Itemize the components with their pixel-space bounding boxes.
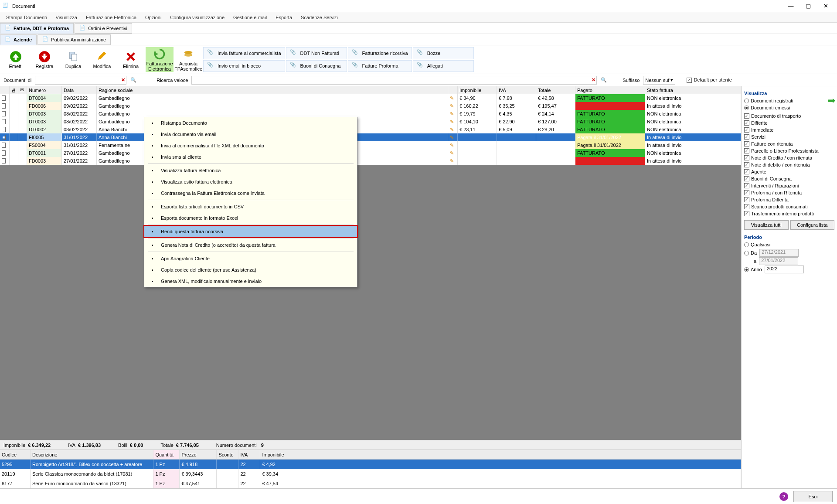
clear-documenti-icon[interactable]: ✕	[121, 77, 125, 83]
col-1[interactable]: 🖨	[10, 86, 18, 94]
ctx-invia-al-commercialista-il-fil[interactable]: ▪Invia al commercialista il file XML del…	[144, 140, 357, 151]
table-row[interactable]: DT000308/02/2022Gambadilegno✎€ 104,10€ 2…	[0, 118, 741, 126]
search-documenti-icon[interactable]: 🔍	[130, 77, 136, 83]
allegati-button[interactable]: 📎Allegati	[413, 60, 474, 72]
ddtnon-button[interactable]: 📎DDT Non Fatturati	[286, 47, 347, 59]
edit-row-icon[interactable]: ✎	[450, 150, 454, 156]
table-row[interactable]: FD000609/02/2022Gambadilegno✎€ 160,22€ 3…	[0, 102, 741, 110]
fpa-button[interactable]: Acquista FPAsemplice	[174, 47, 202, 72]
ctx-ristampa-documento[interactable]: ▪Ristampa Documento	[144, 117, 357, 129]
table-row[interactable]: DT000127/01/2022Gambadilegno✎FATTURATONO…	[0, 149, 741, 157]
row-checkbox[interactable]: ■	[2, 135, 6, 140]
configura-lista-button[interactable]: Configura lista	[790, 220, 835, 230]
suffisso-select[interactable]: Nessun suf ▾	[643, 76, 675, 85]
menu-scadenze-servizi[interactable]: Scadenze Servizi	[296, 15, 342, 20]
ctx-esporta-lista-articoli-documen[interactable]: ▪Esporta lista articoli documento in CSV	[144, 201, 357, 212]
buonicons-button[interactable]: 📎Buoni di Consegna	[286, 60, 347, 72]
ctx-visualizza-esito-fattura-elett[interactable]: ▪Visualizza esito fattura elettronica	[144, 176, 357, 187]
ctx-genera-xml-modificalo-manualme[interactable]: ▪Genera XML, modificalo manualmente e in…	[144, 276, 357, 287]
row-checkbox[interactable]	[2, 150, 6, 156]
search-ricerca-icon[interactable]: 🔍	[601, 77, 607, 83]
filter-check-14[interactable]: ✓Trasferimento interno prodotti	[744, 210, 834, 217]
fattric-button[interactable]: 📎Fatturazione ricorsiva	[348, 47, 412, 59]
dcol-quantità[interactable]: Quantità	[153, 450, 180, 459]
col-Stato fattura[interactable]: Stato fattura	[645, 86, 741, 94]
close-button[interactable]: ✕	[817, 1, 834, 11]
edit-row-icon[interactable]: ✎	[450, 158, 454, 164]
menu-visualizza[interactable]: Visualizza	[51, 15, 82, 20]
filter-check-7[interactable]: ✓Note di debito / con ritenuta	[744, 161, 834, 168]
edit-row-icon[interactable]: ✎	[450, 127, 454, 133]
table-row[interactable]: DT000409/02/2022Gambadilegno✎€ 34,90€ 7,…	[0, 94, 741, 102]
row-checkbox[interactable]	[2, 143, 6, 148]
row-checkbox[interactable]	[2, 95, 6, 101]
periodo-da-radio[interactable]: Da 27/12/2021	[744, 249, 834, 256]
dcol-iva[interactable]: IVA	[238, 450, 260, 459]
col-Pagato[interactable]: Pagato	[575, 86, 645, 94]
ctx-rendi-questa-fattura-ricorsiva[interactable]: ▪Rendi questa fattura ricorsiva	[144, 226, 357, 237]
ctx-esporta-documento-in-formato-e[interactable]: ▪Esporta documento in formato Excel	[144, 212, 357, 224]
periodo-anno-radio[interactable]: Anno 2022	[744, 266, 834, 273]
detail-row[interactable]: 8177Serie Euro monocomando da vasca (133…	[0, 479, 741, 488]
filter-check-12[interactable]: ✓Proforma Differita	[744, 196, 834, 203]
modifica-button[interactable]: Modifica	[88, 47, 116, 72]
date-to-input[interactable]: 27/01/2022	[759, 257, 798, 265]
filter-check-3[interactable]: ✓Servizi	[744, 133, 834, 140]
col-2[interactable]: ✉	[18, 86, 27, 94]
ctx-copia-codice-del-cliente-per-u[interactable]: ▪Copia codice del cliente (per uso Assis…	[144, 264, 357, 276]
emetti-button[interactable]: Emetti	[2, 47, 30, 72]
dcol-imponibile[interactable]: Imponibile	[260, 450, 741, 459]
ctx-invia-documento-via-email[interactable]: ▪Invia documento via email	[144, 129, 357, 140]
col-Data[interactable]: Data	[62, 86, 97, 94]
tab-aziende[interactable]: 📄Aziende	[0, 34, 37, 45]
filter-check-0[interactable]: ✓Documento di trasporto	[744, 112, 834, 119]
ctx-genera-nota-di-credito-o-accre[interactable]: ▪Genera Nota di Credito (o accredito) da…	[144, 239, 357, 251]
tab-ordini[interactable]: 📄Ordini e Preventivi	[75, 23, 132, 34]
fattprof-button[interactable]: 📎Fatture Proforma	[348, 60, 412, 72]
bozze-button[interactable]: 📎Bozze	[413, 47, 474, 59]
duplica-button[interactable]: Duplica	[59, 47, 87, 72]
filter-check-5[interactable]: ✓Parcelle o Libero Professionista	[744, 147, 834, 154]
edit-row-icon[interactable]: ✎	[450, 143, 454, 148]
filter-check-2[interactable]: ✓Immediate	[744, 126, 834, 133]
filter-check-4[interactable]: ✓Fatture con ritenuta	[744, 140, 834, 147]
invfatcomm-button[interactable]: 📎Invia fatture al commercialista	[203, 47, 285, 59]
ricerca-veloce-input[interactable]	[191, 76, 597, 85]
invemail-button[interactable]: 📎Invio email in blocco	[203, 60, 285, 72]
detail-row[interactable]: 5295Rompigetto Art.918/1 Biflex con docc…	[0, 460, 741, 469]
menu-fatturazione-elettronica[interactable]: Fatturazione Elettronica	[82, 15, 141, 20]
col-Ragione sociale[interactable]: Ragione sociale	[97, 86, 448, 94]
maximize-button[interactable]: ▢	[800, 1, 817, 11]
edit-row-icon[interactable]: ✎	[450, 119, 454, 125]
filter-check-8[interactable]: ✓Agente	[744, 168, 834, 175]
detail-row[interactable]: 20119Serie Classica monocomando da bidet…	[0, 469, 741, 479]
registra-button[interactable]: Registra	[31, 47, 58, 72]
table-row[interactable]: DT000308/02/2022Gambadilegno✎€ 19,79€ 4,…	[0, 110, 741, 118]
visualizza-radio-0[interactable]: Documenti registrati	[744, 97, 834, 104]
help-icon[interactable]: ?	[779, 492, 788, 501]
tab-fatture[interactable]: 📄Fatture, DDT e Proforma	[0, 23, 74, 34]
filter-check-13[interactable]: ✓Scarico prodotti consumati	[744, 203, 834, 210]
col-Imponibile[interactable]: Imponibile	[458, 86, 497, 94]
col-Numero[interactable]: Numero	[27, 86, 62, 94]
filter-check-1[interactable]: ✓Differite	[744, 119, 834, 126]
menu-gestione-e-mail[interactable]: Gestione e-mail	[229, 15, 271, 20]
documenti-di-input[interactable]	[35, 76, 126, 85]
elimina-button[interactable]: Elimina	[117, 47, 145, 72]
edit-row-icon[interactable]: ✎	[450, 95, 454, 101]
edit-row-icon[interactable]: ✎	[450, 135, 454, 140]
default-utente-checkbox[interactable]: ✓Default per utente	[687, 77, 732, 83]
row-checkbox[interactable]	[2, 103, 6, 109]
table-row[interactable]: FS000431/01/2022Ferramenta ne✎Pagata il …	[0, 141, 741, 149]
row-checkbox[interactable]	[2, 111, 6, 116]
filter-check-6[interactable]: ✓Note di Credito / con ritenuta	[744, 154, 834, 161]
col-IVA[interactable]: IVA	[497, 86, 536, 94]
edit-row-icon[interactable]: ✎	[450, 103, 454, 109]
dcol-prezzo[interactable]: Prezzo	[180, 450, 217, 459]
date-from-input[interactable]: 27/12/2021	[759, 249, 799, 257]
tab-pa[interactable]: 📄Pubblica Amministrazione	[37, 34, 111, 45]
dcol-descrizione[interactable]: Descrizione	[31, 450, 153, 459]
row-checkbox[interactable]	[2, 158, 6, 163]
col-0[interactable]	[0, 86, 10, 94]
anno-select[interactable]: 2022	[765, 266, 804, 273]
